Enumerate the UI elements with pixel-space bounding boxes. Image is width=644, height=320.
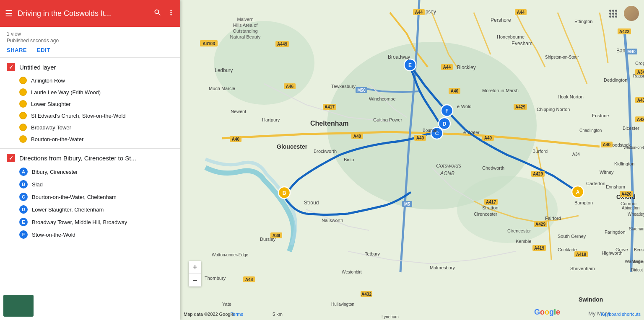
waypoint-name: Lower Slaughter, Cheltenham bbox=[32, 206, 104, 213]
svg-text:A: A bbox=[576, 189, 580, 195]
list-item[interactable]: E Broadway Tower, Middle Hill, Broadway bbox=[7, 216, 174, 228]
svg-text:A429: A429 bbox=[535, 222, 545, 227]
svg-text:e-Wold: e-Wold bbox=[457, 104, 472, 109]
svg-text:A429: A429 bbox=[533, 172, 543, 176]
directions-checkbox[interactable] bbox=[7, 154, 15, 162]
list-item[interactable]: F Stow-on-the-Wold bbox=[7, 228, 174, 241]
place-marker-icon bbox=[19, 124, 27, 131]
more-options-icon[interactable] bbox=[167, 8, 175, 19]
svg-text:A40: A40 bbox=[603, 142, 611, 147]
svg-text:Grove: Grove bbox=[615, 247, 628, 252]
keyboard-shortcuts-link[interactable]: Keyboard shortcuts bbox=[601, 312, 641, 317]
list-item[interactable]: Broadway Tower bbox=[7, 121, 174, 133]
svg-text:Brockworth: Brockworth bbox=[314, 149, 337, 154]
svg-text:Stroud: Stroud bbox=[304, 200, 319, 206]
waypoint-name: Stow-on-the-Wold bbox=[32, 232, 75, 238]
edit-button[interactable]: EDIT bbox=[37, 47, 50, 53]
search-icon[interactable] bbox=[153, 8, 162, 19]
svg-text:Malmesbury: Malmesbury bbox=[430, 265, 455, 270]
svg-text:Ledbury: Ledbury bbox=[215, 67, 233, 73]
svg-text:Gloucester: Gloucester bbox=[277, 143, 308, 150]
list-item[interactable]: D Lower Slaughter, Cheltenham bbox=[7, 203, 174, 216]
svg-text:Bicester: Bicester bbox=[623, 126, 639, 131]
directions-section: Directions from Bibury, Cirencester to S… bbox=[0, 149, 180, 244]
list-item[interactable]: Lower Slaughter bbox=[7, 98, 174, 110]
list-item[interactable]: Arlington Row bbox=[7, 75, 174, 86]
svg-text:Wotton-under-Edge: Wotton-under-Edge bbox=[212, 253, 249, 257]
svg-text:A48: A48 bbox=[245, 277, 253, 282]
svg-text:Benson: Benson bbox=[634, 248, 644, 252]
svg-text:Hook Norton: Hook Norton bbox=[558, 94, 584, 99]
svg-text:M40: M40 bbox=[627, 49, 636, 54]
svg-text:A44: A44 bbox=[517, 10, 525, 15]
svg-text:Thornbury: Thornbury bbox=[205, 276, 226, 281]
svg-text:Shrivenham: Shrivenham bbox=[570, 266, 595, 271]
svg-text:A34: A34 bbox=[572, 152, 580, 157]
top-right-controls bbox=[609, 6, 639, 21]
place-name: Broadway Tower bbox=[31, 124, 71, 131]
svg-text:Ettington: Ettington bbox=[574, 19, 592, 24]
svg-text:Wheatley: Wheatley bbox=[628, 212, 644, 217]
list-item[interactable]: Laurie Lee Way (Frith Wood) bbox=[7, 86, 174, 98]
page-title: Driving in the Cotswolds It... bbox=[18, 9, 148, 18]
menu-icon[interactable]: ☰ bbox=[5, 8, 13, 18]
svg-text:A40: A40 bbox=[232, 137, 240, 142]
svg-text:A40: A40 bbox=[484, 136, 492, 140]
svg-text:Cirencester: Cirencester bbox=[474, 212, 498, 217]
layer-checkbox[interactable] bbox=[7, 63, 15, 71]
svg-text:Malvern: Malvern bbox=[237, 17, 253, 22]
svg-text:Hills Area of: Hills Area of bbox=[233, 23, 258, 28]
directions-header: Directions from Bibury, Cirencester to S… bbox=[7, 154, 174, 162]
avatar[interactable] bbox=[624, 6, 639, 21]
svg-text:Bampton: Bampton bbox=[574, 200, 593, 205]
svg-text:A40: A40 bbox=[353, 134, 361, 139]
list-item[interactable]: St Edward's Church, Stow-on-the-Wold bbox=[7, 110, 174, 121]
waypoint-badge-c: C bbox=[19, 193, 28, 201]
svg-text:Cricklade: Cricklade bbox=[558, 247, 577, 252]
svg-text:Chipping Norton: Chipping Norton bbox=[537, 107, 570, 112]
waypoint-badge-e: E bbox=[19, 218, 28, 226]
svg-text:Moreton-in-Marsh: Moreton-in-Marsh bbox=[482, 88, 519, 93]
svg-text:E: E bbox=[408, 62, 412, 68]
svg-text:Weston-on-the-Green: Weston-on-the-Green bbox=[623, 145, 644, 150]
place-name: Lower Slaughter bbox=[31, 101, 71, 107]
zoom-in-button[interactable]: + bbox=[189, 261, 201, 274]
svg-text:D: D bbox=[443, 121, 447, 127]
map-thumbnail[interactable] bbox=[3, 295, 34, 317]
waypoint-name: Slad bbox=[32, 181, 43, 188]
svg-text:Honeybourne: Honeybourne bbox=[497, 34, 525, 39]
waypoint-name: Bourton-on-the-Water, Cheltenham bbox=[32, 194, 117, 200]
svg-text:AONB: AONB bbox=[440, 170, 454, 176]
svg-text:Birlip: Birlip bbox=[344, 157, 354, 162]
zoom-controls: + − bbox=[189, 261, 201, 286]
waypoint-name: Bibury, Cirencester bbox=[32, 169, 78, 175]
svg-text:Abingdon: Abingdon bbox=[622, 206, 639, 210]
svg-text:Lyneham: Lyneham bbox=[382, 315, 399, 319]
svg-text:Pershore: Pershore bbox=[491, 17, 511, 23]
share-button[interactable]: SHARE bbox=[7, 47, 27, 53]
svg-text:Tewkesbury: Tewkesbury bbox=[331, 84, 356, 89]
svg-text:A38: A38 bbox=[273, 233, 280, 238]
svg-text:Cotswolds: Cotswolds bbox=[436, 163, 461, 169]
map-area[interactable]: A B C D E F Cheltenham Gloucester Cotswo… bbox=[180, 0, 644, 320]
google-logo: Google bbox=[534, 308, 560, 317]
place-marker-icon bbox=[19, 112, 27, 119]
apps-icon[interactable] bbox=[609, 10, 617, 18]
svg-text:Guiting Power: Guiting Power bbox=[373, 117, 402, 122]
svg-text:M5: M5 bbox=[404, 202, 410, 206]
svg-text:A419: A419 bbox=[534, 246, 544, 250]
list-item[interactable]: C Bourton-on-the-Water, Cheltenham bbox=[7, 191, 174, 203]
svg-text:A44: A44 bbox=[443, 65, 451, 70]
svg-text:Chadlington: Chadlington bbox=[579, 128, 602, 133]
list-item[interactable]: A Bibury, Cirencester bbox=[7, 165, 174, 178]
svg-text:Chedworth: Chedworth bbox=[482, 165, 504, 170]
svg-text:A432: A432 bbox=[361, 292, 371, 297]
list-item[interactable]: B Slad bbox=[7, 178, 174, 191]
list-item[interactable]: Bourton-on-the-Water bbox=[7, 133, 174, 145]
zoom-out-button[interactable]: − bbox=[189, 274, 201, 286]
scale-bar: 5 km bbox=[273, 312, 283, 317]
map-svg: A B C D E F Cheltenham Gloucester Cotswo… bbox=[180, 0, 644, 320]
terms-link[interactable]: Terms bbox=[231, 312, 243, 317]
directions-title: Directions from Bibury, Cirencester to S… bbox=[19, 155, 136, 162]
svg-text:Shipston-on-Stour: Shipston-on-Stour bbox=[545, 55, 579, 59]
